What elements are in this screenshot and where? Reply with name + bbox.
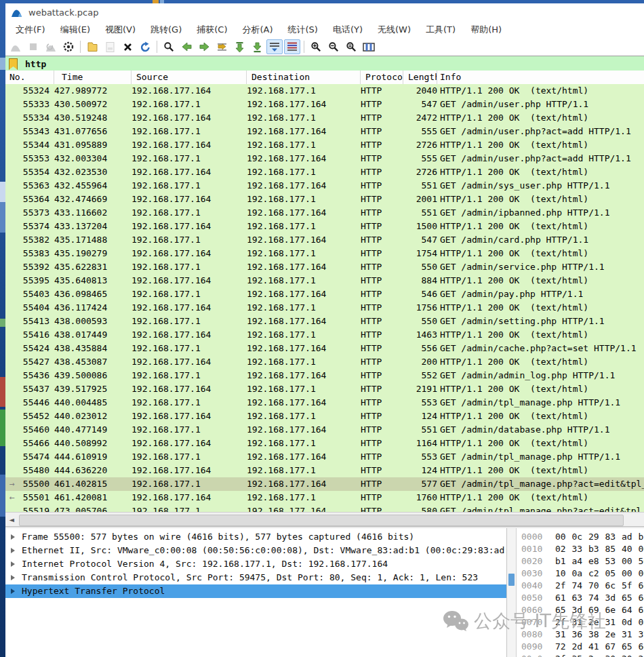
go-back-button[interactable] [178,39,195,54]
column-header-info[interactable]: Info [437,71,644,84]
packet-row[interactable]: 55354432.023530192.168.177.164192.168.17… [5,165,644,179]
resize-columns-button[interactable] [361,39,377,54]
expand-chevron-icon[interactable] [11,589,15,594]
column-header-time[interactable]: Time [54,71,132,84]
expand-chevron-icon[interactable] [11,534,15,540]
column-header-no[interactable]: No. [5,71,54,84]
packet-row[interactable]: 55395435.640813192.168.177.164192.168.17… [5,274,644,287]
menu-item-go[interactable]: 跳转(G) [143,22,189,38]
packet-row[interactable]: 55452440.023012192.168.177.164192.168.17… [5,410,644,423]
packet-row[interactable]: 55364432.474669192.168.177.164192.168.17… [5,193,644,206]
packet-row[interactable]: 55353432.003304192.168.177.1192.168.177.… [5,152,644,165]
open-file-button[interactable] [84,39,100,54]
hex-row[interactable]: 000000 0c 29 83 ad b1 [517,531,644,543]
hex-row[interactable]: 005061 63 74 3d 65 64 [517,592,644,604]
packet-row[interactable]: 55474444.610919192.168.177.1192.168.177.… [5,450,644,464]
packet-row[interactable]: 55519473.005706192.168.177.1192.168.177.… [5,504,644,512]
packet-row[interactable]: 55460440.477149192.168.177.1192.168.177.… [5,423,644,437]
hex-row[interactable]: 009072 2d 41 67 65 6e [517,641,644,653]
hex-row[interactable]: 00a02f 35 2e 30 20 28 [517,653,644,657]
packet-row[interactable]: 55344431.095889192.168.177.164192.168.17… [5,138,644,152]
detail-row[interactable]: Transmission Control Protocol, Src Port:… [5,571,506,584]
hscrollbar-thumb[interactable] [19,515,624,526]
packet-row[interactable]: 55373433.116602192.168.177.1192.168.177.… [5,206,644,220]
menu-item-statistics[interactable]: 统计(S) [281,22,325,38]
go-first-button[interactable] [231,39,247,54]
packet-row[interactable]: 55334430.519248192.168.177.164192.168.17… [5,111,644,125]
column-header-protocol[interactable]: Protocol [361,71,403,84]
menu-item-view[interactable]: 视图(V) [98,22,143,38]
packet-row[interactable]: 55324427.989772192.168.177.164192.168.17… [5,84,644,98]
packet-row[interactable]: 55424438.435884192.168.177.1192.168.177.… [5,342,644,355]
filter-input[interactable] [24,58,644,70]
packet-row[interactable]: 55436439.500086192.168.177.1192.168.177.… [5,369,644,382]
menu-item-tools[interactable]: 工具(T) [418,22,463,38]
detail-row[interactable]: Hypertext Transfer Protocol [5,584,506,598]
restart-capture-button[interactable] [43,39,59,54]
zoom-in-button[interactable] [308,39,324,54]
packet-row[interactable]: 55333430.500972192.168.177.1192.168.177.… [5,98,644,111]
detail-row[interactable]: Frame 55500: 577 bytes on wire (4616 bit… [5,530,506,544]
column-header-destination[interactable]: Destination [247,71,361,84]
hex-row[interactable]: 00702f 31 2e 31 0d 0a [517,616,644,629]
hex-row[interactable]: 00402f 74 70 6c 5f 6d [517,580,644,592]
zoom-reset-button[interactable] [343,39,359,54]
expand-chevron-icon[interactable] [11,561,15,567]
find-packet-button[interactable] [161,39,177,54]
column-header-length[interactable]: Length [403,71,437,84]
details-vscrollbar[interactable] [507,528,517,657]
menu-item-telephony[interactable]: 电话(Y) [325,22,370,38]
hex-row[interactable]: 001002 33 b3 85 40 00 [517,543,644,555]
hex-row[interactable]: 008031 36 38 2e 31 37 [517,629,644,641]
column-header-source[interactable]: Source [132,71,247,84]
zoom-out-button[interactable] [325,39,342,54]
hex-row[interactable]: 003010 0a c2 05 00 00 [517,568,644,580]
packet-row[interactable]: 55501461.420081192.168.177.164192.168.17… [5,491,644,504]
details-vscrollbar-thumb[interactable] [508,574,515,586]
save-file-button[interactable] [102,39,118,54]
packet-row[interactable]: 55383435.190279192.168.177.164192.168.17… [5,247,644,260]
go-forward-button[interactable] [196,39,212,54]
packet-list-header[interactable]: No.TimeSourceDestinationProtocolLengthIn… [5,71,644,85]
close-file-button[interactable] [119,39,136,54]
packet-list-hscrollbar[interactable]: ◄ [5,512,644,527]
packet-row[interactable]: 55363432.455964192.168.177.1192.168.177.… [5,179,644,193]
filter-bookmark-icon[interactable] [9,58,18,70]
expand-chevron-icon[interactable] [11,575,15,580]
packet-row[interactable]: 55446440.004485192.168.177.1192.168.177.… [5,396,644,410]
packet-row[interactable]: 55374433.137204192.168.177.164192.168.17… [5,220,644,233]
detail-row[interactable]: Ethernet II, Src: VMware_c0:00:08 (00:50… [5,544,506,557]
packet-row[interactable]: 55427438.453087192.168.177.164192.168.17… [5,355,644,369]
packet-row[interactable]: 55437439.517925192.168.177.164192.168.17… [5,382,644,396]
packet-row[interactable]: 55404436.117424192.168.177.164192.168.17… [5,301,644,315]
menu-item-analyze[interactable]: 分析(A) [235,22,280,38]
menu-item-help[interactable]: 帮助(H) [463,22,509,38]
detail-row[interactable]: Internet Protocol Version 4, Src: 192.16… [5,557,506,571]
packet-row[interactable]: 55343431.077656192.168.177.1192.168.177.… [5,125,644,138]
stop-capture-button[interactable] [25,39,41,54]
start-capture-button[interactable] [7,39,24,54]
packet-row[interactable]: 55466440.508992192.168.177.164192.168.17… [5,437,644,450]
expand-chevron-icon[interactable] [11,548,15,553]
auto-scroll-button[interactable] [266,39,283,54]
cell-destination: 192.168.177.164 [247,98,361,111]
menu-item-wireless[interactable]: 无线(W) [370,22,418,38]
colorize-button[interactable] [284,39,300,54]
menu-item-capture[interactable]: 捕获(C) [189,22,235,38]
packet-row[interactable]: 55500461.402815192.168.177.1192.168.177.… [5,477,644,491]
packet-row[interactable]: 55480444.636220192.168.177.164192.168.17… [5,464,644,477]
packet-row[interactable]: 55403436.098465192.168.177.1192.168.177.… [5,287,644,301]
hex-row[interactable]: 0020b1 a4 e8 53 00 50 [517,555,644,568]
reload-file-button[interactable] [137,39,153,54]
scroll-left-arrow-icon[interactable]: ◄ [5,513,18,526]
packet-row[interactable]: 55382435.171488192.168.177.1192.168.177.… [5,233,644,247]
packet-row[interactable]: 55392435.622831192.168.177.1192.168.177.… [5,260,644,274]
go-to-packet-button[interactable] [214,39,230,54]
hex-row[interactable]: 006065 3d 69 6e 64 65 [517,604,644,616]
menu-item-edit[interactable]: 编辑(E) [53,22,98,38]
packet-row[interactable]: 55413438.000593192.168.177.1192.168.177.… [5,315,644,328]
capture-options-button[interactable] [60,39,77,54]
go-last-button[interactable] [249,39,265,54]
menu-item-file[interactable]: 文件(F) [8,22,53,38]
packet-row[interactable]: 55416438.017449192.168.177.164192.168.17… [5,328,644,342]
